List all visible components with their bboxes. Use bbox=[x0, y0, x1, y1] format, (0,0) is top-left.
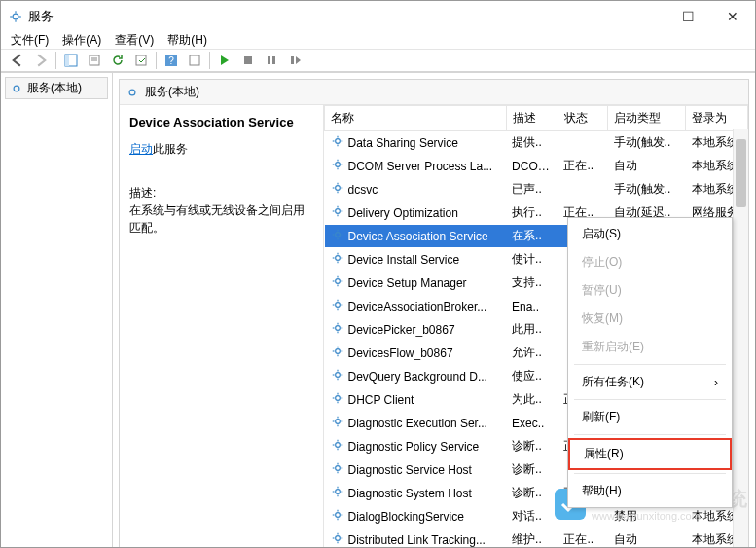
back-button[interactable] bbox=[7, 50, 28, 71]
minimize-button[interactable]: — bbox=[621, 1, 666, 32]
gear-icon bbox=[331, 321, 344, 338]
service-name: DCOM Server Process La... bbox=[348, 160, 493, 173]
col-name[interactable]: 名称ˆ bbox=[325, 106, 507, 131]
col-logon[interactable]: 登录为 bbox=[686, 106, 748, 131]
pane-title: 服务(本地) bbox=[145, 84, 199, 100]
service-desc: 允许.. bbox=[506, 342, 558, 365]
service-desc: 在系.. bbox=[506, 225, 558, 248]
service-desc: 提供.. bbox=[506, 131, 558, 155]
toolbar-refresh-button[interactable] bbox=[107, 50, 128, 71]
cm-alltasks[interactable]: 所有任务(K)› bbox=[568, 368, 732, 396]
service-row[interactable]: Data Sharing Service提供..手动(触发..本地系统 bbox=[325, 131, 748, 155]
description-label: 描述: bbox=[129, 185, 313, 201]
service-startup: 自动 bbox=[608, 529, 686, 549]
service-row[interactable]: DialogBlockingService对话..禁用本地系统 bbox=[325, 505, 748, 529]
pause-service-button[interactable] bbox=[261, 50, 282, 71]
service-desc: 诊断.. bbox=[506, 435, 558, 458]
gear-icon bbox=[126, 86, 139, 99]
service-name: Diagnostic Policy Service bbox=[348, 440, 480, 454]
service-status bbox=[558, 178, 607, 201]
forward-button[interactable] bbox=[30, 50, 52, 71]
service-name: Diagnostic System Host bbox=[348, 487, 472, 500]
service-name: Diagnostic Execution Ser... bbox=[348, 417, 487, 430]
cm-help[interactable]: 帮助(H) bbox=[568, 477, 732, 505]
menu-help[interactable]: 帮助(H) bbox=[167, 32, 207, 49]
service-desc: DCOM.. bbox=[506, 155, 558, 178]
col-startup[interactable]: 启动类型 bbox=[608, 106, 686, 131]
svg-point-85 bbox=[335, 443, 340, 448]
toolbar: ? bbox=[1, 49, 755, 72]
service-startup: 禁用 bbox=[608, 505, 686, 529]
svg-point-45 bbox=[335, 256, 340, 261]
pane-header: 服务(本地) bbox=[120, 80, 748, 105]
menu-file[interactable]: 文件(F) bbox=[11, 32, 49, 49]
col-desc[interactable]: 描述 bbox=[506, 106, 558, 131]
cm-restart: 重新启动(E) bbox=[568, 333, 732, 361]
service-startup: 手动(触发.. bbox=[608, 131, 686, 155]
vertical-scrollbar[interactable] bbox=[733, 129, 748, 548]
titlebar: 服务 — ☐ ✕ bbox=[1, 1, 755, 32]
service-row[interactable]: dcsvc已声..手动(触发..本地系统 bbox=[325, 178, 748, 201]
cm-start[interactable]: 启动(S) bbox=[568, 220, 732, 248]
toolbar-action-button[interactable] bbox=[184, 50, 205, 71]
navigation-tree: 服务(本地) bbox=[1, 73, 113, 548]
description-text: 在系统与有线或无线设备之间启用匹配。 bbox=[129, 201, 313, 237]
svg-point-80 bbox=[335, 420, 340, 424]
menu-view[interactable]: 查看(V) bbox=[115, 32, 154, 49]
gear-icon bbox=[331, 438, 344, 455]
service-name: Distributed Link Tracking... bbox=[348, 533, 486, 547]
service-desc: 支持.. bbox=[506, 272, 558, 295]
gear-icon bbox=[10, 82, 23, 95]
chevron-right-icon: › bbox=[714, 376, 718, 389]
service-row[interactable]: DCOM Server Process La...DCOM..正在..自动本地系… bbox=[325, 155, 748, 178]
gear-icon bbox=[331, 415, 344, 431]
gear-icon bbox=[331, 485, 344, 501]
svg-point-18 bbox=[14, 86, 19, 91]
cm-properties[interactable]: 属性(R) bbox=[568, 438, 732, 470]
col-status[interactable]: 状态 bbox=[558, 106, 607, 131]
start-service-button[interactable] bbox=[214, 50, 235, 71]
svg-point-95 bbox=[335, 490, 340, 494]
toolbar-view-button[interactable] bbox=[60, 50, 82, 71]
restart-service-button[interactable] bbox=[284, 50, 306, 71]
tree-root-services[interactable]: 服务(本地) bbox=[5, 77, 108, 99]
service-name: Data Sharing Service bbox=[348, 136, 458, 150]
start-service-link[interactable]: 启动 bbox=[129, 142, 153, 156]
gear-icon bbox=[331, 531, 344, 548]
service-desc: Ena.. bbox=[506, 295, 558, 318]
toolbar-properties-button[interactable] bbox=[84, 50, 105, 71]
gear-icon bbox=[331, 181, 344, 198]
svg-point-90 bbox=[335, 466, 340, 471]
gear-icon bbox=[331, 274, 344, 291]
service-row[interactable]: Distributed Link Tracking...维护..正在..自动本地… bbox=[325, 529, 748, 549]
gear-icon bbox=[331, 251, 344, 268]
svg-point-40 bbox=[335, 233, 340, 237]
menu-action[interactable]: 操作(A) bbox=[62, 32, 101, 49]
service-startup: 手动(触发.. bbox=[608, 178, 686, 201]
toolbar-help-button[interactable]: ? bbox=[161, 50, 182, 71]
service-status: 正在.. bbox=[558, 529, 607, 549]
service-desc: 已声.. bbox=[506, 178, 558, 201]
svg-point-30 bbox=[335, 186, 340, 191]
service-status bbox=[558, 131, 607, 155]
close-button[interactable]: ✕ bbox=[710, 1, 755, 32]
gear-icon bbox=[331, 391, 344, 408]
service-name: DHCP Client bbox=[348, 393, 414, 407]
scroll-thumb[interactable] bbox=[736, 139, 746, 207]
cm-resume: 恢复(M) bbox=[568, 305, 732, 333]
stop-service-button[interactable] bbox=[237, 50, 259, 71]
svg-point-100 bbox=[335, 513, 340, 518]
service-name: DialogBlockingService bbox=[348, 510, 464, 524]
svg-point-70 bbox=[335, 373, 340, 378]
maximize-button[interactable]: ☐ bbox=[666, 1, 710, 32]
service-name: DeviceAssociationBroker... bbox=[348, 300, 487, 313]
service-list[interactable]: 名称ˆ 描述 状态 启动类型 登录为 Data Sharing Service提… bbox=[324, 105, 748, 548]
gear-icon bbox=[331, 508, 344, 525]
svg-point-75 bbox=[335, 396, 340, 401]
cm-refresh[interactable]: 刷新(F) bbox=[568, 403, 732, 431]
menubar: 文件(F) 操作(A) 查看(V) 帮助(H) bbox=[1, 32, 755, 49]
svg-point-105 bbox=[335, 536, 340, 541]
service-desc: 使计.. bbox=[506, 248, 558, 272]
detail-panel: Device Association Service 启动此服务 描述: 在系统… bbox=[120, 105, 324, 548]
toolbar-export-button[interactable] bbox=[130, 50, 152, 71]
